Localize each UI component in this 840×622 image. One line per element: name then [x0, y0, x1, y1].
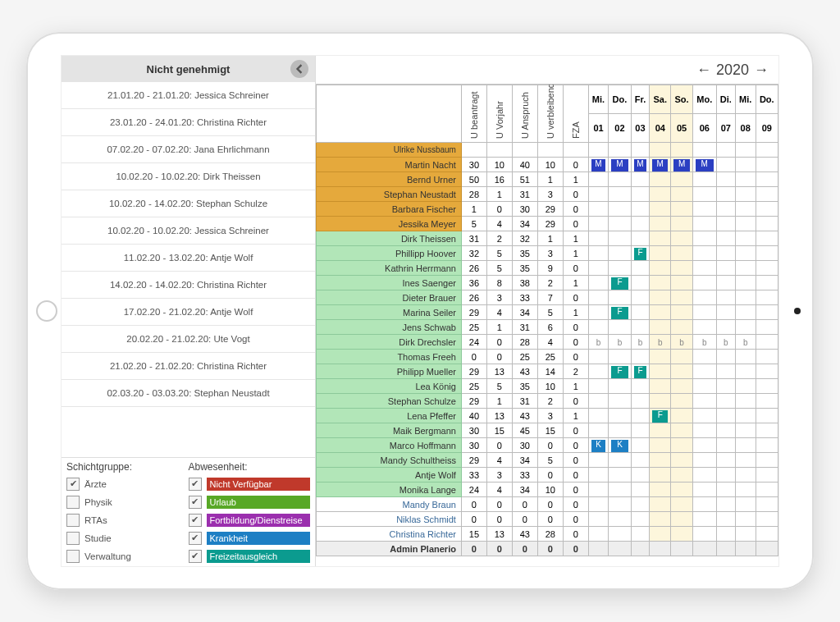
employee-name[interactable]: Dirk Theissen: [317, 231, 462, 246]
employee-name[interactable]: Maik Bergmann: [317, 423, 462, 438]
day-cell[interactable]: [609, 172, 631, 187]
day-cell[interactable]: [609, 350, 631, 364]
day-cell[interactable]: [735, 217, 756, 231]
employee-name[interactable]: Lea König: [317, 379, 462, 394]
day-cell[interactable]: [716, 261, 735, 276]
request-item[interactable]: 10.02.20 - 10.02.20: Jessica Schreiner: [62, 217, 315, 245]
day-cell[interactable]: [716, 453, 735, 468]
day-cell[interactable]: [650, 261, 671, 276]
employee-name[interactable]: Marco Hoffmann: [317, 438, 462, 453]
day-cell[interactable]: [631, 527, 650, 542]
day-cell[interactable]: [756, 394, 778, 409]
day-cell[interactable]: [631, 438, 650, 453]
day-cell[interactable]: [692, 468, 716, 483]
day-cell[interactable]: [588, 231, 609, 246]
day-cell[interactable]: [671, 350, 693, 364]
day-cell[interactable]: [735, 542, 756, 556]
day-cell[interactable]: [609, 246, 631, 261]
checkbox-icon[interactable]: ✔: [189, 496, 202, 509]
year-next-icon[interactable]: →: [754, 62, 769, 79]
employee-name[interactable]: Philipp Mueller: [317, 364, 462, 379]
day-cell[interactable]: [671, 379, 693, 394]
day-cell[interactable]: [631, 305, 650, 320]
day-cell[interactable]: [588, 290, 609, 305]
day-cell[interactable]: [756, 542, 778, 556]
request-item[interactable]: 02.03.20 - 03.03.20: Stephan Neustadt: [62, 380, 315, 407]
day-cell[interactable]: [588, 202, 609, 217]
day-cell[interactable]: [650, 350, 671, 364]
day-cell[interactable]: [756, 290, 778, 305]
day-cell[interactable]: [650, 542, 671, 556]
day-cell[interactable]: [735, 453, 756, 468]
day-cell[interactable]: [631, 231, 650, 246]
day-cell[interactable]: [650, 202, 671, 217]
day-cell[interactable]: [756, 172, 778, 187]
day-cell[interactable]: [735, 290, 756, 305]
day-cell[interactable]: [588, 217, 609, 231]
request-item[interactable]: 23.01.20 - 24.01.20: Christina Richter: [62, 109, 315, 136]
day-cell[interactable]: [756, 453, 778, 468]
request-item[interactable]: 14.02.20 - 14.02.20: Christina Richter: [62, 272, 315, 299]
day-cell[interactable]: [631, 512, 650, 527]
day-cell[interactable]: M: [631, 158, 650, 172]
day-cell[interactable]: [735, 483, 756, 497]
day-cell[interactable]: [692, 172, 716, 187]
day-cell[interactable]: [756, 217, 778, 231]
absence-badge[interactable]: M: [591, 159, 606, 172]
day-cell[interactable]: [756, 423, 778, 438]
day-cell[interactable]: [609, 542, 631, 556]
schicht-checkbox-row[interactable]: Verwaltung: [66, 548, 189, 564]
employee-name[interactable]: Kathrin Herrmann: [317, 261, 462, 276]
day-cell[interactable]: [609, 468, 631, 483]
day-cell[interactable]: [671, 202, 693, 217]
day-cell[interactable]: [756, 512, 778, 527]
day-cell[interactable]: [756, 483, 778, 497]
day-cell[interactable]: [735, 172, 756, 187]
day-cell[interactable]: [716, 379, 735, 394]
day-cell[interactable]: [671, 364, 693, 379]
day-cell[interactable]: [631, 202, 650, 217]
day-cell[interactable]: [692, 276, 716, 290]
day-cell[interactable]: [716, 202, 735, 217]
day-cell[interactable]: [692, 217, 716, 231]
request-item[interactable]: 10.02.20 - 14.02.20: Stephan Schulze: [62, 190, 315, 217]
back-icon[interactable]: [290, 60, 308, 78]
absence-badge[interactable]: M: [652, 159, 668, 172]
day-cell[interactable]: [671, 483, 693, 497]
day-cell[interactable]: [756, 438, 778, 453]
day-cell[interactable]: [631, 172, 650, 187]
day-cell[interactable]: [609, 231, 631, 246]
day-cell[interactable]: b: [650, 335, 671, 350]
day-cell[interactable]: [756, 350, 778, 364]
absence-badge[interactable]: F: [611, 307, 628, 319]
employee-name[interactable]: Bernd Urner: [317, 172, 462, 187]
day-cell[interactable]: [756, 364, 778, 379]
employee-name[interactable]: Mandy Braun: [317, 497, 462, 512]
day-cell[interactable]: [650, 379, 671, 394]
day-cell[interactable]: [735, 438, 756, 453]
absence-badge[interactable]: F: [611, 277, 628, 290]
day-cell[interactable]: [671, 246, 693, 261]
day-cell[interactable]: [609, 423, 631, 438]
day-cell[interactable]: [650, 276, 671, 290]
day-cell[interactable]: [671, 187, 693, 202]
day-cell[interactable]: [650, 364, 671, 379]
day-cell[interactable]: M: [588, 158, 609, 172]
day-cell[interactable]: [756, 231, 778, 246]
day-cell[interactable]: [735, 158, 756, 172]
day-cell[interactable]: [756, 187, 778, 202]
day-cell[interactable]: [588, 483, 609, 497]
day-cell[interactable]: b: [631, 335, 650, 350]
day-cell[interactable]: [756, 246, 778, 261]
day-cell[interactable]: [692, 497, 716, 512]
day-cell[interactable]: [716, 246, 735, 261]
absence-badge[interactable]: M: [634, 159, 647, 172]
day-cell[interactable]: [631, 542, 650, 556]
day-cell[interactable]: [588, 379, 609, 394]
day-cell[interactable]: [671, 512, 693, 527]
abwesenheit-checkbox-row[interactable]: ✔Krankheit: [189, 530, 311, 546]
day-cell[interactable]: [692, 202, 716, 217]
day-cell[interactable]: [716, 483, 735, 497]
day-cell[interactable]: [609, 261, 631, 276]
day-cell[interactable]: [716, 350, 735, 364]
